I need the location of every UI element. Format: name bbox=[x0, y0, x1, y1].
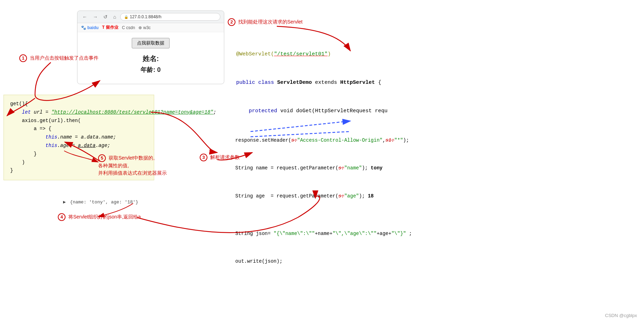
browser-toolbar: ← → ↺ ⌂ 🔒 127.0.0.1:8848/h bbox=[77, 11, 224, 23]
json-output: ▶ {name: 'tony', age: '18'} bbox=[63, 199, 138, 205]
annotation-3: 3 解析请求参数 bbox=[200, 154, 240, 161]
annotation-4: 4 将Servlet组织好的json串,返回给a bbox=[58, 213, 141, 221]
page-title: 姓名: 年龄: 0 bbox=[84, 54, 217, 74]
browser-frame: ← → ↺ ⌂ 🔒 127.0.0.1:8848/h 🐾 baidu T 留作业… bbox=[77, 11, 224, 84]
reload-button[interactable]: ↺ bbox=[102, 13, 109, 20]
code-line-6: this.age = a.data.age; bbox=[10, 142, 148, 150]
annotation-4-text: 将Servlet组织好的json串,返回给a bbox=[68, 214, 141, 220]
fetch-data-button[interactable]: 点我获取数据 bbox=[132, 38, 170, 48]
bookmark-baidu[interactable]: 🐾 baidu bbox=[81, 25, 98, 30]
getparam-name-line: String name = request.getParameter(s:"na… bbox=[224, 154, 596, 182]
code-line-4: a => { bbox=[10, 125, 148, 133]
home-button[interactable]: ⌂ bbox=[112, 13, 117, 20]
circle-2: 2 bbox=[228, 18, 235, 26]
forward-button[interactable]: → bbox=[91, 13, 99, 20]
circle-5: 5 bbox=[98, 154, 106, 162]
blank-line bbox=[224, 210, 596, 220]
lock-icon: 🔒 bbox=[124, 15, 128, 19]
url-text: 127.0.0.1:8848/h bbox=[130, 14, 161, 19]
annotation-1: 1 当用户点击按钮触发了点击事件 bbox=[19, 54, 98, 62]
json-arrow: ▶ bbox=[63, 200, 66, 205]
annotation-2: 2 找到能处理这次请求的Servlet bbox=[228, 18, 302, 26]
json-build-line: String json= "{\"name\":\""+name+"\",\"a… bbox=[224, 220, 596, 248]
circle-1: 1 bbox=[19, 54, 27, 62]
annotation-5-text: 获取Servlet中数据的, 各种属性的值, 并利用插值表达式在浏览器展示 bbox=[98, 155, 167, 176]
servlet-code-panel: @WebServlet("/test/servlet01") public cl… bbox=[217, 35, 603, 130]
watermark: CSDN @cgblpx bbox=[605, 313, 637, 318]
circle-3: 3 bbox=[200, 154, 207, 161]
age-label: 年龄: 0 bbox=[84, 66, 217, 74]
code-line-3: axios.get(url).then( bbox=[10, 117, 148, 125]
bookmarks-bar: 🐾 baidu T 留作业 C csdn ⊕ w3c bbox=[77, 23, 224, 32]
out-write-line: out.write(json); bbox=[224, 248, 596, 276]
servlet-class-decl: public class ServletDemo extends HttpSer… bbox=[224, 68, 596, 97]
annotation-1-text: 当用户点击按钮触发了点击事件 bbox=[30, 55, 98, 61]
name-label: 姓名: bbox=[84, 54, 217, 63]
servlet-doget-decl: protected void doGet(HttpServletRequest … bbox=[224, 97, 596, 125]
code-line-5: this.name = a.data.name; bbox=[10, 133, 148, 142]
servlet-annotation: @WebServlet("/test/servlet01") bbox=[224, 40, 596, 68]
circle-4: 4 bbox=[58, 213, 66, 221]
browser-content: 点我获取数据 姓名: 年龄: 0 bbox=[77, 32, 224, 84]
code-line-2: let url = "http://localhost:8080/test/se… bbox=[10, 108, 148, 117]
bookmark-w3c[interactable]: ⊕ w3c bbox=[138, 25, 151, 30]
response-code-panel: response.setHeader(s:"Access-Control-All… bbox=[217, 126, 603, 276]
getparam-age-line: String age = request.getParameter(s:"age… bbox=[224, 182, 596, 210]
json-content: {name: 'tony', age: '18'} bbox=[70, 200, 138, 205]
bookmark-csdn[interactable]: C csdn bbox=[122, 25, 135, 30]
url-bar[interactable]: 🔒 127.0.0.1:8848/h bbox=[120, 13, 220, 21]
code-line-1: get(){ bbox=[10, 100, 148, 108]
annotation-3-text: 解析请求参数 bbox=[210, 154, 240, 160]
bookmark-homework[interactable]: T 留作业 bbox=[102, 25, 118, 31]
annotation-2-text: 找到能处理这次请求的Servlet bbox=[238, 19, 303, 25]
back-button[interactable]: ← bbox=[81, 13, 89, 20]
annotation-5: 5 获取Servlet中数据的, 各种属性的值, 并利用插值表达式在浏览器展示 bbox=[98, 154, 167, 177]
response-header-line: response.setHeader(s:"Access-Control-All… bbox=[224, 126, 596, 154]
